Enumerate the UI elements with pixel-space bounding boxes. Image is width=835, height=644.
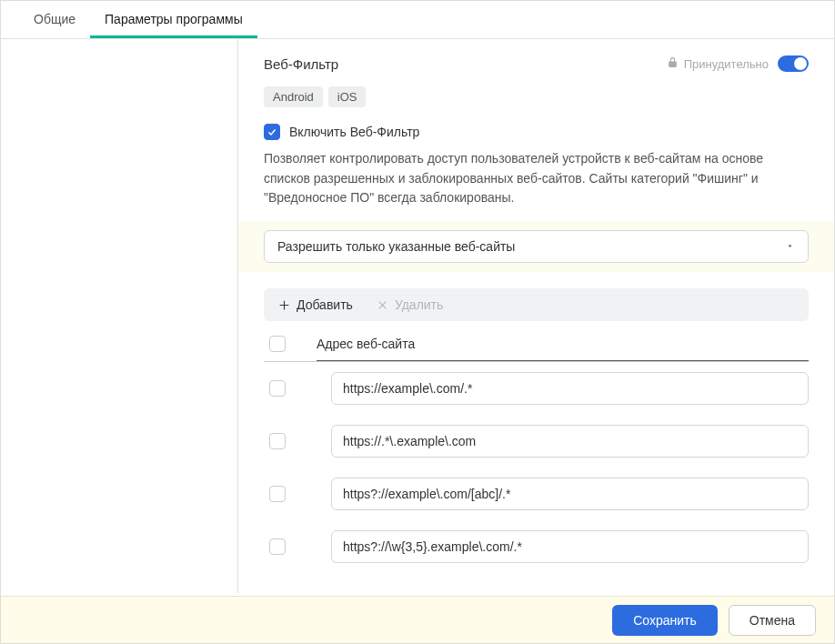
add-button[interactable]: Добавить <box>278 297 353 312</box>
delete-button: Удалить <box>377 297 443 312</box>
address-input[interactable] <box>331 425 809 458</box>
cancel-button[interactable]: Отмена <box>729 605 816 636</box>
mode-select[interactable]: Разрешить только указанные веб-сайты <box>264 230 809 263</box>
platform-chips: Android iOS <box>264 86 809 107</box>
tabs-bar: Общие Параметры программы <box>1 1 834 39</box>
sites-table: Адрес веб-сайта <box>264 327 809 573</box>
save-button[interactable]: Сохранить <box>612 605 718 636</box>
table-row <box>264 520 809 573</box>
plus-icon <box>278 299 290 311</box>
webfilter-forced-group: Принудительно <box>667 55 809 72</box>
row-checkbox-cell <box>264 477 317 511</box>
tab-general[interactable]: Общие <box>19 1 90 38</box>
row-checkbox[interactable] <box>269 486 286 502</box>
footer-bar: Сохранить Отмена <box>1 596 834 643</box>
lock-icon <box>667 56 679 71</box>
address-cell <box>331 372 809 405</box>
webfilter-header: Веб-Фильтр Принудительно <box>264 55 809 72</box>
row-checkbox[interactable] <box>269 538 286 555</box>
address-input[interactable] <box>331 530 809 563</box>
forced-label-text: Принудительно <box>684 57 769 71</box>
row-checkbox-cell <box>264 529 317 564</box>
table-row <box>264 415 809 468</box>
forced-label: Принудительно <box>667 56 769 71</box>
address-cell <box>331 530 809 563</box>
address-input[interactable] <box>331 372 809 405</box>
table-header-row: Адрес веб-сайта <box>264 327 809 362</box>
webfilter-forced-toggle[interactable] <box>778 55 809 72</box>
webfilter-title: Веб-Фильтр <box>264 56 338 72</box>
chevron-down-icon <box>785 239 795 254</box>
address-cell <box>331 425 809 458</box>
webfilter-description: Позволяет контролировать доступ пользова… <box>264 149 809 208</box>
mode-select-wrap: Разрешить только указанные веб-сайты <box>238 221 834 272</box>
main-panel: Веб-Фильтр Принудительно Android iOS Вкл… <box>238 39 834 593</box>
header-checkbox-cell <box>264 327 317 361</box>
delete-button-label: Удалить <box>395 297 443 312</box>
mode-select-value: Разрешить только указанные веб-сайты <box>277 239 515 254</box>
close-icon <box>377 299 388 311</box>
table-row <box>264 362 809 415</box>
chip-android: Android <box>264 86 323 107</box>
address-input[interactable] <box>331 478 809 510</box>
tab-program-params[interactable]: Параметры программы <box>90 1 257 38</box>
row-checkbox[interactable] <box>269 380 286 397</box>
header-address[interactable]: Адрес веб-сайта <box>317 327 809 361</box>
content-area: Веб-Фильтр Принудительно Android iOS Вкл… <box>1 39 834 593</box>
row-checkbox-cell <box>264 424 317 458</box>
select-all-checkbox[interactable] <box>269 336 286 352</box>
row-checkbox-cell <box>264 371 317 406</box>
enable-webfilter-checkbox[interactable] <box>264 124 280 140</box>
row-checkbox[interactable] <box>269 433 286 449</box>
sidebar <box>1 39 238 593</box>
address-cell <box>331 478 809 510</box>
table-row <box>264 468 809 520</box>
add-button-label: Добавить <box>297 297 353 312</box>
enable-webfilter-label: Включить Веб-Фильтр <box>289 125 419 139</box>
sites-toolbar: Добавить Удалить <box>264 288 809 321</box>
enable-webfilter-row: Включить Веб-Фильтр <box>264 124 809 140</box>
chip-ios: iOS <box>328 86 367 107</box>
